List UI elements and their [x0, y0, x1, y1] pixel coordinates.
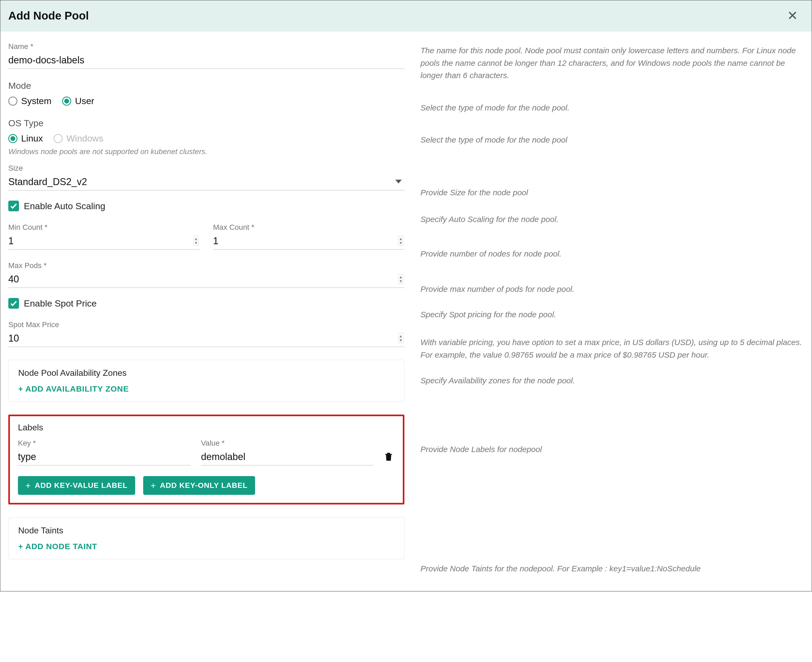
radio-icon: [62, 96, 71, 106]
mode-system-radio[interactable]: System: [8, 96, 52, 106]
taints-title: Node Taints: [18, 525, 395, 535]
label-row: Key * Value *: [18, 439, 395, 465]
plus-icon: +: [26, 481, 31, 490]
radio-label: User: [75, 96, 94, 106]
add-key-value-label-button[interactable]: + ADD KEY-VALUE LABEL: [18, 476, 135, 495]
os-note: Windows node pools are not supported on …: [8, 147, 404, 156]
autoscale-help: Specify Auto Scaling for the node pool.: [420, 213, 804, 226]
dialog-title: Add Node Pool: [8, 10, 89, 22]
os-radio-group: Linux Windows: [8, 133, 404, 144]
min-count-input[interactable]: [8, 234, 200, 249]
add-availability-zone-link[interactable]: + ADD AVAILABILITY ZONE: [18, 384, 129, 394]
label-value-input[interactable]: [201, 450, 373, 465]
spot-max-input[interactable]: [8, 331, 404, 347]
trash-icon: [384, 452, 393, 462]
availability-zones-panel: Node Pool Availability Zones + ADD AVAIL…: [8, 360, 404, 402]
stepper-icon[interactable]: ▴▾: [193, 235, 198, 246]
os-windows-radio[interactable]: Windows: [53, 133, 103, 144]
mode-user-radio[interactable]: User: [62, 96, 94, 106]
radio-label: Windows: [66, 133, 103, 144]
add-node-taint-link[interactable]: + ADD NODE TAINT: [18, 542, 97, 551]
max-pods-label: Max Pods *: [8, 261, 404, 270]
button-label: ADD KEY-VALUE LABEL: [35, 481, 128, 490]
spot-label: Enable Spot Price: [24, 298, 97, 309]
name-input[interactable]: [8, 53, 404, 69]
delete-label-button[interactable]: [384, 452, 395, 465]
label-key-label: Key *: [18, 439, 190, 447]
label-value-label: Value *: [201, 439, 373, 447]
zones-help: Specify Availability zones for the node …: [420, 374, 804, 387]
spot-help: Specify Spot pricing for the node pool.: [420, 309, 804, 321]
stepper-icon[interactable]: ▴▾: [398, 274, 403, 284]
stepper-icon[interactable]: ▴▾: [398, 333, 403, 343]
spot-checkbox[interactable]: [8, 298, 19, 309]
taints-help: Provide Node Taints for the nodepool. Fo…: [420, 562, 804, 575]
button-label: ADD KEY-ONLY LABEL: [160, 481, 248, 490]
radio-icon: [8, 134, 18, 143]
autoscale-checkbox[interactable]: [8, 201, 19, 211]
stepper-icon[interactable]: ▴▾: [398, 235, 403, 246]
mode-radio-group: System User: [8, 96, 404, 106]
max-count-input[interactable]: [213, 234, 404, 249]
spot-max-help: With variable pricing, you have option t…: [420, 336, 804, 361]
add-node-pool-dialog: Add Node Pool ✕ Name * Mode System User: [0, 0, 812, 591]
name-label: Name *: [8, 42, 404, 51]
autoscale-label: Enable Auto Scaling: [24, 201, 105, 211]
size-select[interactable]: [8, 175, 404, 190]
check-icon: [10, 202, 18, 210]
labels-panel: Labels Key * Value *: [8, 415, 404, 505]
close-icon[interactable]: ✕: [784, 8, 801, 23]
node-taints-panel: Node Taints + ADD NODE TAINT: [8, 517, 404, 559]
dialog-header: Add Node Pool ✕: [0, 0, 812, 32]
min-count-label: Min Count *: [8, 223, 200, 231]
mode-label: Mode: [8, 80, 404, 91]
max-count-label: Max Count *: [213, 223, 404, 231]
spot-max-label: Spot Max Price: [8, 320, 404, 329]
max-pods-input[interactable]: [8, 272, 404, 288]
zones-title: Node Pool Availability Zones: [18, 368, 395, 378]
os-label: OS Type: [8, 118, 404, 129]
size-label: Size: [8, 164, 404, 172]
spot-checkbox-row: Enable Spot Price: [8, 298, 404, 309]
add-key-only-label-button[interactable]: + ADD KEY-ONLY LABEL: [143, 476, 255, 495]
radio-label: Linux: [21, 133, 43, 144]
radio-label: System: [21, 96, 52, 106]
autoscale-checkbox-row: Enable Auto Scaling: [8, 201, 404, 211]
os-help: Select the type of mode for the node poo…: [420, 134, 804, 146]
labels-help: Provide Node Labels for nodepool: [420, 443, 804, 456]
max-pods-help: Provide max number of pods for node pool…: [420, 283, 804, 296]
form-column: Name * Mode System User OS Type: [8, 42, 404, 575]
os-linux-radio[interactable]: Linux: [8, 133, 43, 144]
help-column: The name for this node pool. Node pool m…: [420, 42, 804, 575]
radio-icon: [53, 134, 63, 143]
dialog-body: Name * Mode System User OS Type: [0, 32, 812, 591]
mode-help: Select the type of mode for the node poo…: [420, 102, 804, 114]
check-icon: [10, 299, 18, 307]
label-key-input[interactable]: [18, 450, 190, 465]
chevron-down-icon: [395, 180, 402, 183]
plus-icon: +: [151, 481, 156, 490]
name-help: The name for this node pool. Node pool m…: [420, 44, 804, 82]
radio-icon: [8, 96, 18, 106]
counts-help: Provide number of nodes for node pool.: [420, 248, 804, 260]
labels-title: Labels: [18, 423, 395, 432]
size-help: Provide Size for the node pool: [420, 186, 804, 199]
